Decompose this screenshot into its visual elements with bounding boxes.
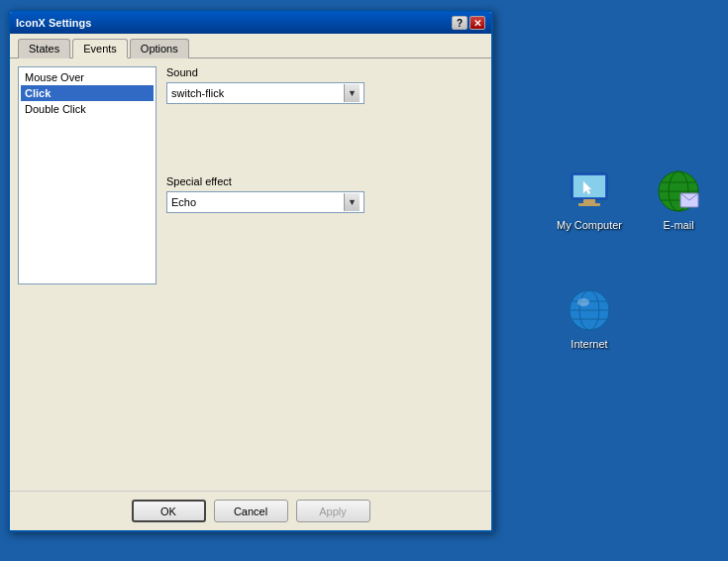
desktop-icon-email-label: E-mail — [663, 219, 693, 231]
sound-dropdown[interactable]: switch-flick ▼ — [166, 82, 364, 104]
help-button[interactable]: ? — [452, 16, 468, 30]
special-effect-dropdown-value: Echo — [171, 196, 196, 208]
my-computer-icon — [566, 168, 613, 215]
svg-rect-3 — [583, 199, 595, 203]
email-icon — [655, 168, 702, 215]
sound-dropdown-value: switch-flick — [171, 87, 224, 99]
sound-label: Sound — [166, 66, 483, 78]
ok-button[interactable]: OK — [132, 500, 206, 522]
tab-events[interactable]: Events — [72, 39, 128, 58]
apply-button[interactable]: Apply — [296, 500, 370, 522]
desktop-icon-internet-label: Internet — [571, 338, 607, 350]
tab-states[interactable]: States — [18, 39, 70, 58]
event-item-click[interactable]: Click — [21, 85, 154, 101]
tabs-bar: States Events Options — [10, 34, 491, 57]
special-effect-dropdown[interactable]: Echo ▼ — [166, 191, 364, 213]
dialog-title: IconX Settings — [16, 17, 91, 29]
special-effect-field-group: Special effect Echo ▼ — [166, 175, 483, 213]
desktop-icon-internet[interactable]: Internet — [550, 282, 629, 354]
event-item-double-click[interactable]: Double Click — [21, 101, 154, 117]
sound-field-group: Sound switch-flick ▼ — [166, 66, 483, 104]
svg-rect-4 — [578, 203, 600, 206]
special-effect-dropdown-arrow[interactable]: ▼ — [344, 193, 360, 211]
cancel-button[interactable]: Cancel — [214, 500, 288, 522]
iconx-settings-dialog: IconX Settings ? ✕ States Events Options… — [8, 10, 493, 532]
desktop-icon-my-computer-label: My Computer — [557, 219, 622, 231]
tab-options[interactable]: Options — [130, 39, 189, 58]
desktop-icon-my-computer[interactable]: My Computer — [550, 164, 629, 235]
dialog-footer: OK Cancel Apply — [10, 491, 491, 530]
event-list-panel: Mouse Over Click Double Click — [18, 66, 156, 284]
title-bar-buttons: ? ✕ — [452, 16, 485, 30]
content-inner: Mouse Over Click Double Click Sound swit… — [18, 66, 483, 483]
desktop-icon-email[interactable]: E-mail — [639, 164, 718, 235]
event-item-mouse-over[interactable]: Mouse Over — [21, 69, 154, 85]
special-effect-label: Special effect — [166, 175, 483, 187]
title-bar: IconX Settings ? ✕ — [10, 12, 491, 34]
dialog-content: Mouse Over Click Double Click Sound swit… — [10, 57, 491, 491]
right-panel: Sound switch-flick ▼ Special effect Echo… — [166, 66, 483, 483]
close-button[interactable]: ✕ — [469, 16, 485, 30]
sound-dropdown-arrow[interactable]: ▼ — [344, 84, 360, 102]
svg-point-16 — [577, 298, 589, 306]
internet-icon — [566, 286, 613, 334]
